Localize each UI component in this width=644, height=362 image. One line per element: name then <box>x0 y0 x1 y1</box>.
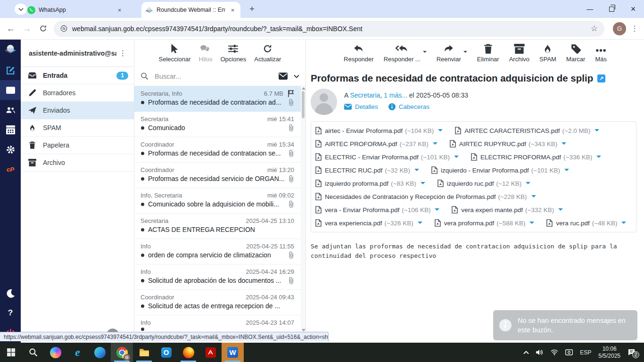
reply-all-button[interactable]: Responder ... <box>384 44 421 63</box>
sidebar-item-borradores[interactable]: Borradores <box>21 84 134 102</box>
reply-button[interactable]: Responder <box>344 44 374 66</box>
taskbar-copilot-button[interactable] <box>44 343 66 362</box>
message-row[interactable]: Secretaria2025-04-25 13:10 ACTAS DE ENTR… <box>134 214 305 239</box>
details-toggle[interactable]: Detalles <box>344 103 378 110</box>
bookmark-star-icon[interactable]: ☆ <box>591 24 598 33</box>
attachment-item[interactable]: AIRTEC CARACTERISTICAS.pdf(~2.0 MB) <box>455 124 599 137</box>
attachment-menu-icon[interactable] <box>558 208 563 213</box>
taskbar-outlook-button[interactable]: O <box>155 343 177 362</box>
rail-item-mail[interactable] <box>0 80 21 100</box>
new-tab-button[interactable]: + <box>246 3 258 15</box>
select-button[interactable]: Seleccionar <box>159 44 191 66</box>
account-menu-button[interactable]: ⋮ <box>116 49 129 58</box>
headers-toggle[interactable]: Cabeceras <box>388 103 429 110</box>
attachment-item[interactable]: Necesidades de Contratación y Recepción … <box>315 190 536 203</box>
tab-roundcube[interactable]: Roundcube Webmail :: Enviados × <box>141 2 240 18</box>
attachment-menu-icon[interactable] <box>621 222 626 226</box>
message-row[interactable]: Info2025-04-24 16:29 Solicitud de aproba… <box>134 264 305 290</box>
attachment-menu-icon[interactable] <box>438 129 443 134</box>
message-row[interactable]: Coordinador2025-04-24 09:43 Solicitud de… <box>134 290 305 315</box>
search-input[interactable] <box>154 72 277 81</box>
attachment-item[interactable]: airtec - Enviar Proforma.pdf(~104 KB) <box>315 124 443 137</box>
help-button[interactable]: ? <box>0 303 21 323</box>
scroll-down-arrow[interactable] <box>302 329 305 331</box>
archive-button[interactable]: Archivo <box>509 44 529 66</box>
rail-item-settings[interactable] <box>0 140 21 159</box>
attachment-menu-icon[interactable] <box>561 142 566 147</box>
flag-icon[interactable] <box>288 90 294 97</box>
taskbar-chrome-button[interactable]: G <box>111 343 133 362</box>
reply-all-dropdown-icon[interactable] <box>423 51 427 55</box>
reload-button[interactable] <box>35 21 51 37</box>
attachment-item[interactable]: izquierdo ruc.pdf(~12 KB) <box>438 177 530 190</box>
taskbar-word-button[interactable]: W <box>222 343 244 362</box>
wifi-icon[interactable] <box>551 349 558 355</box>
forward-dropdown-icon[interactable] <box>463 51 467 55</box>
restore-button[interactable] <box>601 0 622 18</box>
attachment-menu-icon[interactable] <box>414 169 419 173</box>
attachment-item[interactable]: vera experiencia.pdf(~326 KB) <box>315 216 422 230</box>
delete-button[interactable]: Eliminar <box>477 44 499 66</box>
attachment-menu-icon[interactable] <box>596 156 601 160</box>
browser-menu-button[interactable]: ⋮ <box>630 24 639 33</box>
attachment-item[interactable]: izquierdo - Enviar Proforma.pdf(~101 KB) <box>431 164 569 177</box>
more-button[interactable]: Más <box>595 44 607 66</box>
forward-button[interactable]: → <box>19 21 35 37</box>
attachment-item[interactable]: ELECTRIC PROFORMA.pdf(~336 KB) <box>471 150 601 164</box>
attachment-item[interactable]: vera - Enviar Proforma.pdf(~106 KB) <box>315 203 439 216</box>
attachment-menu-icon[interactable] <box>435 208 439 213</box>
dark-mode-button[interactable] <box>0 283 21 303</box>
message-row[interactable]: Coordinadormié 13:20 Proformas de necesi… <box>134 163 305 188</box>
attachment-item[interactable]: AIRTEC PROFORMA.pdf(~237 KB) <box>315 137 438 150</box>
scrollbar-thumb[interactable] <box>302 91 305 118</box>
attachment-menu-icon[interactable] <box>454 156 459 160</box>
attachment-menu-icon[interactable] <box>433 142 438 147</box>
search-scope-icon[interactable] <box>279 73 288 80</box>
refresh-button[interactable]: Actualizar <box>254 44 281 66</box>
close-tab-icon[interactable]: × <box>116 6 124 14</box>
cpanel-button[interactable]: cP <box>0 159 21 179</box>
taskbar-acrobat-button[interactable] <box>199 343 222 362</box>
attachment-menu-icon[interactable] <box>594 129 599 134</box>
notification-center-button[interactable]: 2 <box>627 349 638 356</box>
attachment-item[interactable]: vera proforma.pdf(~588 KB) <box>435 216 535 230</box>
address-bar[interactable]: webmail.sanjuan.gob.ec/cpsess9743974541/… <box>54 21 604 37</box>
more-recipients-link[interactable]: 1 más... <box>384 91 407 99</box>
attachment-menu-icon[interactable] <box>418 222 422 226</box>
close-tab-icon[interactable]: × <box>229 6 237 14</box>
rail-item-calendar[interactable] <box>0 120 21 140</box>
options-button[interactable]: Opciones <box>220 44 246 66</box>
attachment-menu-icon[interactable] <box>531 195 536 200</box>
forward-button[interactable]: Reenviar <box>437 44 461 63</box>
tab-whatsapp[interactable]: WhatsApp × <box>24 2 127 18</box>
search-options-chevron[interactable] <box>294 74 299 78</box>
sidebar-item-entrada[interactable]: Entrada 1 <box>21 67 134 84</box>
threads-button[interactable]: Hilos <box>199 44 213 66</box>
attachment-menu-icon[interactable] <box>529 222 534 226</box>
message-row[interactable]: Secretaria, Info6.7 MB Proformas de nece… <box>134 86 305 112</box>
sidebar-item-papelera[interactable]: Papelera <box>21 137 134 154</box>
list-scrollbar[interactable] <box>301 86 305 332</box>
attachment-item[interactable]: ELECTRIC - Enviar Proforma.pdf(~101 KB) <box>315 150 459 164</box>
attachment-menu-icon[interactable] <box>526 182 530 187</box>
taskbar-firefox-button[interactable] <box>177 343 199 362</box>
back-button[interactable]: ← <box>3 21 19 37</box>
mark-button[interactable]: Marcar <box>566 44 585 66</box>
open-in-new-window-icon[interactable]: ↗ <box>597 74 605 82</box>
volume-icon[interactable] <box>536 349 544 355</box>
taskbar-edge-button[interactable] <box>89 343 111 362</box>
connect-display-icon[interactable] <box>565 349 573 355</box>
message-row[interactable]: Secretariamié 15:41 Comunicado <box>134 112 305 137</box>
sidebar-item-archivo[interactable]: Archivo <box>21 154 134 172</box>
start-button[interactable] <box>0 343 22 362</box>
url-text[interactable]: webmail.sanjuan.gob.ec/cpsess9743974541/… <box>72 25 587 33</box>
taskbar-ie-button[interactable]: e <box>66 343 89 362</box>
attachment-item[interactable]: AIRTEC RUPYRUC.pdf(~343 KB) <box>450 137 566 150</box>
sidebar-item-spam[interactable]: SPAM <box>21 119 134 137</box>
attachment-item[interactable]: vera ruc.pdf(~48 KB) <box>546 216 626 230</box>
message-row[interactable]: Info2025-04-25 11:55 orden de compra ser… <box>134 239 305 264</box>
attachment-menu-icon[interactable] <box>421 182 425 187</box>
sidebar-item-enviados[interactable]: Enviados <box>21 102 134 119</box>
taskbar-clock[interactable]: 10:06 5/5/2025 <box>598 346 620 360</box>
compose-button[interactable] <box>0 60 21 80</box>
